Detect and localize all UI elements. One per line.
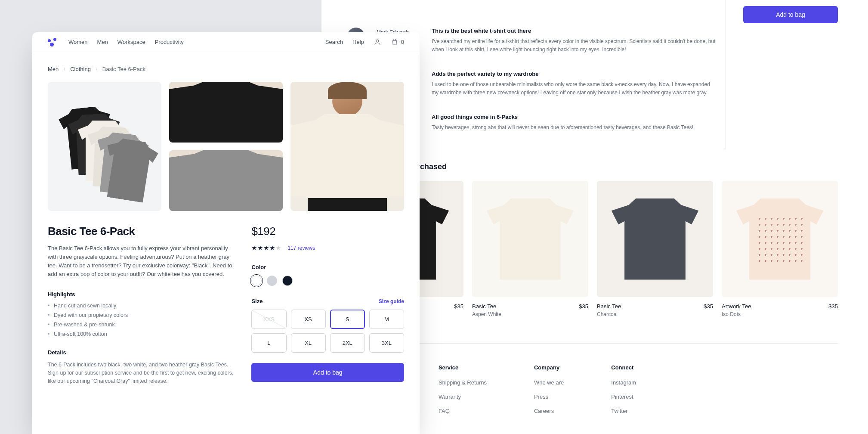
size-guide-link[interactable]: Size guide — [379, 298, 404, 304]
highlight-item: Pre-washed & pre-shrunk — [48, 322, 234, 328]
footer-heading: Service — [439, 364, 487, 371]
size-label: Size — [251, 298, 263, 304]
brand-logo[interactable] — [48, 38, 56, 46]
product-page-card: WomenMenWorkspaceProductivity Search Hel… — [32, 32, 420, 434]
related-name: Basic Tee — [597, 303, 621, 310]
gallery-image[interactable] — [48, 82, 161, 211]
review-title: All good things come in 6-Packs — [432, 114, 717, 120]
footer-link[interactable]: Warranty — [439, 394, 487, 400]
rating-stars: ★★★★★ — [251, 244, 281, 252]
size-option: XXS — [251, 310, 286, 329]
related-name: Basic Tee — [472, 303, 496, 310]
related-name: Artwork Tee — [722, 303, 751, 310]
related-variant: Charcoal — [597, 311, 713, 317]
product-gallery — [32, 77, 420, 211]
highlights-heading: Highlights — [48, 291, 234, 298]
product-title: Basic Tee 6-Pack — [48, 225, 234, 238]
gallery-image[interactable] — [169, 82, 283, 143]
review-title: This is the best white t-shirt out there — [432, 28, 717, 34]
footer-link[interactable]: Shipping & Returns — [439, 379, 487, 386]
reviews-link[interactable]: 117 reviews — [287, 245, 315, 251]
search-link[interactable]: Search — [325, 39, 343, 45]
product-price: $192 — [251, 225, 404, 238]
related-section: Customers also purchased Basic Tee$35Bla… — [347, 162, 838, 317]
details-heading: Details — [48, 349, 234, 356]
breadcrumb-link[interactable]: Clothing — [70, 66, 91, 72]
size-option[interactable]: 3XL — [369, 333, 404, 353]
related-price: $35 — [704, 303, 713, 310]
bag-button[interactable]: 0 — [391, 38, 404, 46]
related-price: $35 — [454, 303, 463, 310]
footer-link[interactable]: FAQ — [439, 408, 487, 414]
review-body: I used to be one of those unbearable min… — [432, 81, 717, 96]
color-label: Color — [251, 264, 404, 270]
footer-column: ConnectInstagramPinterestTwitter — [611, 364, 636, 434]
related-variant: Iso Dots — [722, 311, 838, 317]
related-price: $35 — [828, 303, 838, 310]
review-body: Tasty beverages, strong abs that will ne… — [432, 124, 717, 132]
size-option[interactable]: L — [251, 333, 286, 353]
size-option[interactable]: S — [330, 310, 365, 329]
nav-link[interactable]: Productivity — [155, 39, 184, 45]
details-text: The 6-Pack includes two black, two white… — [48, 361, 234, 386]
related-price: $35 — [579, 303, 588, 310]
footer-link[interactable]: Careers — [534, 408, 564, 414]
add-to-bag-button[interactable]: Add to bag — [251, 363, 404, 382]
product-description: The Basic Tee 6-Pack allows you to fully… — [48, 244, 234, 279]
add-to-bag-button[interactable]: Add to bag — [743, 6, 838, 23]
related-product[interactable]: Artwork Tee$35Iso Dots — [722, 181, 838, 317]
gallery-image[interactable] — [290, 82, 404, 211]
related-heading: Customers also purchased — [347, 162, 838, 171]
nav-link[interactable]: Men — [97, 39, 108, 45]
footer-link[interactable]: Pinterest — [611, 394, 636, 400]
highlight-item: Hand cut and sewn locally — [48, 303, 234, 309]
help-link[interactable]: Help — [352, 39, 364, 45]
footer-link[interactable]: Who we are — [534, 379, 564, 386]
color-swatch[interactable] — [282, 276, 293, 286]
breadcrumb: Men \ Clothing \ Basic Tee 6-Pack — [32, 52, 420, 77]
size-option[interactable]: XL — [291, 333, 326, 353]
account-icon[interactable] — [374, 38, 381, 46]
footer-heading: Company — [534, 364, 564, 371]
gallery-image[interactable] — [169, 150, 283, 211]
footer: AccountManage AccountSaved ItemsOrdersRe… — [347, 343, 838, 434]
nav-link[interactable]: Women — [68, 39, 88, 45]
review-body: I've searched my entire life for a t-shi… — [432, 37, 717, 53]
highlight-item: Dyed with our propietary colors — [48, 312, 234, 318]
footer-link[interactable]: Twitter — [611, 408, 636, 414]
size-option[interactable]: XS — [291, 310, 326, 329]
size-option[interactable]: 2XL — [330, 333, 365, 353]
related-product[interactable]: Basic Tee$35Aspen White — [472, 181, 588, 317]
breadcrumb-link[interactable]: Men — [48, 66, 59, 72]
top-nav: WomenMenWorkspaceProductivity Search Hel… — [32, 32, 420, 52]
highlight-item: Ultra-soft 100% cotton — [48, 331, 234, 337]
bag-count: 0 — [401, 39, 404, 45]
svg-point-0 — [376, 40, 379, 42]
footer-link[interactable]: Press — [534, 394, 564, 400]
footer-column: ServiceShipping & ReturnsWarrantyFAQ — [439, 364, 487, 434]
breadcrumb-current: Basic Tee 6-Pack — [102, 66, 145, 72]
footer-heading: Connect — [611, 364, 636, 371]
review-title: Adds the perfect variety to my wardrobe — [432, 71, 717, 77]
related-product[interactable]: Basic Tee$35Charcoal — [597, 181, 713, 317]
color-swatch[interactable] — [251, 276, 262, 286]
nav-link[interactable]: Workspace — [117, 39, 145, 45]
related-variant: Aspen White — [472, 311, 588, 317]
size-option[interactable]: M — [369, 310, 404, 329]
color-swatch[interactable] — [267, 276, 277, 286]
footer-link[interactable]: Instagram — [611, 379, 636, 386]
footer-column: CompanyWho we arePressCareers — [534, 364, 564, 434]
